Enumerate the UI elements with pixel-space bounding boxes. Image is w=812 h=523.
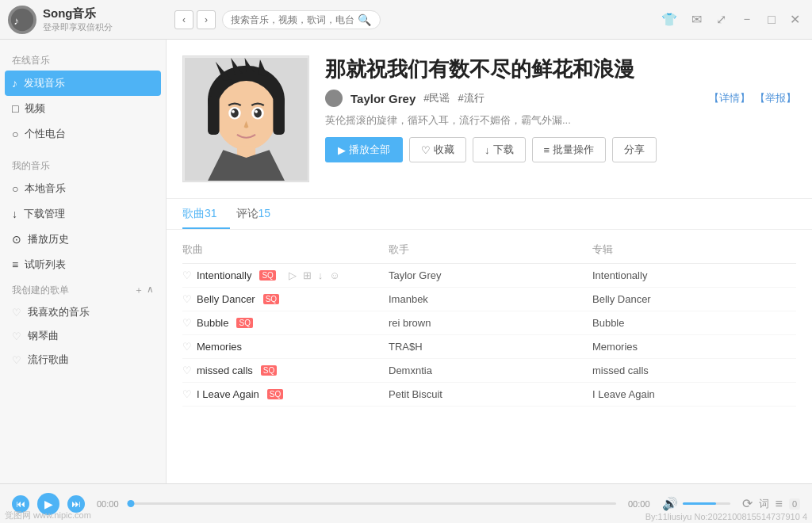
sidebar-item-radio[interactable]: ○ 个性电台 (0, 121, 166, 147)
search-input[interactable] (231, 14, 358, 25)
app-subtitle: 登录即享双倍积分 (43, 21, 113, 33)
tab-comments[interactable]: 评论15 (236, 199, 284, 229)
artist-avatar (325, 90, 343, 107)
singer-cell-2: rei brown (389, 317, 592, 329)
batch-label: 批量操作 (553, 143, 594, 157)
detail-link[interactable]: 【详情】 (709, 91, 750, 105)
play-all-button[interactable]: ▶ 播放全部 (325, 137, 403, 162)
svg-point-14 (255, 109, 258, 113)
singer-cell-0: Taylor Grey (389, 269, 592, 281)
table-row: ♡ missed calls SQ Demxntia missed calls (182, 359, 796, 383)
collect-icon: ♡ (421, 144, 431, 156)
my-music-section: 我的音乐 (0, 153, 166, 176)
volume-bar[interactable] (683, 502, 730, 505)
logo-area: ♪ Song音乐 登录即享双倍积分 (8, 6, 174, 34)
play-action-icon[interactable]: ▷ (289, 269, 297, 281)
back-button[interactable]: ‹ (174, 10, 193, 29)
sidebar-item-local[interactable]: ○ 本地音乐 (0, 176, 166, 201)
like-button-2[interactable]: ♡ (182, 317, 192, 329)
fullscreen-icon[interactable]: ⤢ (712, 10, 730, 29)
like-button-1[interactable]: ♡ (182, 293, 192, 305)
artist-description: 英伦摇滚的旋律，循环入耳，流行不媚俗，霸气外漏... (325, 113, 796, 128)
report-link[interactable]: 【举报】 (755, 91, 796, 105)
app-title: Song音乐 (43, 6, 113, 21)
nav-controls: ‹ › (174, 10, 216, 29)
sidebar-item-piano[interactable]: ♡ 钢琴曲 (0, 324, 166, 348)
table-row: ♡ Belly Dancer SQ Imanbek Belly Dancer (182, 288, 796, 311)
share-button[interactable]: 分享 (612, 137, 657, 162)
shirt-icon[interactable]: 👕 (657, 10, 681, 29)
like-button-0[interactable]: ♡ (182, 269, 192, 281)
video-icon: □ (12, 102, 18, 115)
collect-button[interactable]: ♡ 收藏 (409, 137, 466, 162)
progress-bar[interactable] (131, 502, 616, 505)
grid-action-icon[interactable]: ⊞ (303, 269, 312, 281)
title-bar: ♪ Song音乐 登录即享双倍积分 ‹ › 🔍 👕 ✉ ⤢ － □ ✕ (0, 0, 812, 40)
sidebar-item-video[interactable]: □ 视频 (0, 96, 166, 121)
sidebar-item-discover-label: 发现音乐 (24, 76, 65, 90)
sidebar-item-download[interactable]: ↓ 下载管理 (0, 201, 166, 227)
created-section-header: 我创建的歌单 ＋ ∧ (0, 277, 166, 300)
like-button-5[interactable]: ♡ (182, 388, 192, 400)
tab-comments-label: 评论 (236, 207, 259, 220)
minimize-button[interactable]: － (737, 10, 757, 29)
mail-icon[interactable]: ✉ (688, 10, 706, 29)
artist-header: 那就祝我们有数不尽的鲜花和浪漫 Taylor Grey #民谣 #流行 【详情】… (167, 40, 812, 199)
download-label: 下载 (493, 143, 514, 157)
sidebar-item-history[interactable]: ⊙ 播放历史 (0, 227, 166, 252)
sidebar-item-liked[interactable]: ♡ 我喜欢的音乐 (0, 300, 166, 324)
search-icon[interactable]: 🔍 (358, 13, 371, 26)
forward-button[interactable]: › (197, 10, 216, 29)
album-cell-0: Intentionally (592, 269, 796, 281)
share-label: 分享 (624, 143, 645, 157)
discover-icon: ♪ (12, 77, 17, 90)
like-button-3[interactable]: ♡ (182, 341, 192, 353)
download-button[interactable]: ↓ 下载 (473, 137, 526, 162)
svg-text:♪: ♪ (13, 14, 19, 26)
table-row: ♡ Bubble SQ rei brown Bubble (182, 311, 796, 335)
list-icon[interactable]: ≡ (776, 497, 783, 511)
volume-icon[interactable]: 🔊 (662, 496, 678, 511)
sidebar-item-video-label: 视频 (25, 101, 45, 116)
table-header: 歌曲 歌手 专辑 (182, 236, 796, 264)
album-cell-2: Bubble (592, 317, 796, 329)
artist-info: 那就祝我们有数不尽的鲜花和浪漫 Taylor Grey #民谣 #流行 【详情】… (325, 55, 796, 162)
singer-cell-1: Imanbek (389, 293, 592, 305)
sidebar-item-playlist-label: 试听列表 (25, 258, 66, 272)
online-music-section: 在线音乐 (0, 48, 166, 71)
tab-songs[interactable]: 歌曲31 (182, 199, 230, 229)
sidebar-item-playlist[interactable]: ≡ 试听列表 (0, 252, 166, 277)
tab-songs-count: 31 (205, 207, 217, 220)
song-name-5: I Leave Again (197, 388, 259, 400)
song-actions-0: ▷ ⊞ ↓ ☺ (281, 269, 348, 281)
lyrics-icon[interactable]: 词 (759, 497, 769, 511)
song-title-cell: ♡ Bubble SQ (182, 317, 389, 329)
repeat-icon[interactable]: ⟳ (742, 496, 753, 511)
sidebar-item-discover[interactable]: ♪ 发现音乐 (5, 71, 161, 96)
add-playlist-button[interactable]: ＋ (134, 284, 144, 297)
sidebar-item-history-label: 播放历史 (28, 232, 69, 246)
dl-action-icon[interactable]: ↓ (318, 269, 324, 281)
singer-cell-5: Petit Biscuit (389, 388, 592, 400)
table-row: ♡ I Leave Again SQ Petit Biscuit I Leave… (182, 383, 796, 407)
svg-point-12 (254, 108, 262, 117)
smiley-action-icon[interactable]: ☺ (329, 269, 339, 281)
tab-comments-count: 15 (259, 207, 271, 220)
total-time: 00:00 (628, 499, 650, 509)
svg-rect-19 (273, 96, 285, 134)
content-area: 那就祝我们有数不尽的鲜花和浪漫 Taylor Grey #民谣 #流行 【详情】… (167, 40, 812, 483)
svg-point-13 (232, 109, 235, 113)
sq-badge-5: SQ (267, 389, 283, 399)
song-name-2: Bubble (197, 317, 228, 329)
table-row: ♡ Intentionally SQ ▷ ⊞ ↓ ☺ Taylor Grey I… (182, 264, 796, 288)
close-button[interactable]: ✕ (786, 10, 804, 29)
maximize-button[interactable]: □ (764, 11, 779, 29)
album-cell-1: Belly Dancer (592, 293, 796, 305)
sidebar-item-pop[interactable]: ♡ 流行歌曲 (0, 348, 166, 372)
watermark-left: 觉图网 www.nipic.com (0, 508, 96, 523)
like-button-4[interactable]: ♡ (182, 365, 192, 376)
window-controls: 👕 ✉ ⤢ － □ ✕ (657, 10, 804, 29)
batch-button[interactable]: ≡ 批量操作 (532, 137, 607, 162)
table-row: ♡ Memories TRA$H Memories (182, 335, 796, 359)
collapse-playlists-button[interactable]: ∧ (147, 284, 154, 297)
